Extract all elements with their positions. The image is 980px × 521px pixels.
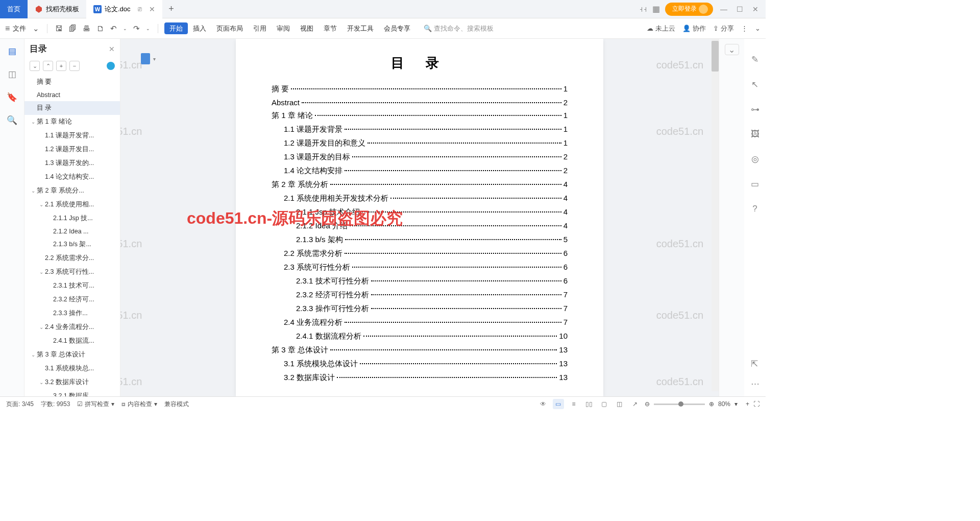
grid-view-icon[interactable]: ◫ [614, 399, 625, 409]
outline-item[interactable]: 2.2 系统需求分... [24, 251, 120, 265]
toc-entry[interactable]: 2.1.1 Jsp 技术介绍4 [272, 207, 568, 217]
command-search[interactable]: 🔍 查找命令、搜索模板 [424, 24, 494, 33]
outline-item[interactable]: 2.3.1 技术可... [24, 279, 120, 293]
save-as-icon[interactable]: 🗐 [67, 24, 78, 33]
menu-视图[interactable]: 视图 [295, 22, 318, 34]
print-preview-icon[interactable]: 🗋 [95, 24, 106, 33]
web-view-icon[interactable]: ▯▯ [583, 399, 595, 409]
chevron-down-icon[interactable]: ▾ [734, 400, 738, 408]
close-outline-icon[interactable]: ✕ [109, 45, 115, 53]
toc-entry[interactable]: 1.4 论文结构安排2 [272, 166, 568, 176]
outline-item[interactable]: 3.1 系统模块总... [24, 362, 120, 375]
scrollbar-track[interactable] [712, 39, 719, 391]
close-tab-icon[interactable]: ✕ [149, 5, 155, 13]
toc-entry[interactable]: 2.4.1 数据流程分析10 [272, 331, 568, 341]
file-menu[interactable]: 文件 [13, 24, 26, 33]
outline-item[interactable]: 1.4 论文结构安... [24, 170, 120, 184]
outline-item[interactable]: 2.1.2 Idea ... [24, 225, 120, 238]
toc-entry[interactable]: 1.1 课题开发背景1 [272, 125, 568, 134]
close-window-button[interactable]: ✕ [750, 5, 761, 13]
more-tools-icon[interactable]: ⋯ [751, 378, 760, 389]
collab-button[interactable]: 👤协作 [682, 24, 706, 33]
page-tab[interactable]: ▾ [141, 53, 156, 64]
sync-icon[interactable] [107, 62, 115, 70]
toc-entry[interactable]: 第 1 章 绪论1 [272, 111, 568, 121]
presentation-icon[interactable]: ⎚ [138, 5, 142, 13]
menu-审阅[interactable]: 审阅 [272, 22, 295, 34]
save-icon[interactable]: 🖫 [54, 24, 64, 33]
page-view-icon[interactable]: ▭ [553, 399, 564, 409]
menu-会员专享[interactable]: 会员专享 [379, 22, 415, 34]
minimize-button[interactable]: — [718, 5, 729, 13]
outline-item[interactable]: 1.1 课题开发背... [24, 129, 120, 143]
read-icon[interactable]: ▭ [751, 179, 759, 190]
outline-item[interactable]: Abstract [24, 89, 120, 101]
word-count[interactable]: 字数: 9953 [41, 400, 70, 409]
outline-item[interactable]: ⌄2.3 系统可行性... [24, 265, 120, 279]
chevron-down-icon[interactable]: ▾ [153, 56, 156, 62]
share-button[interactable]: ⇪分享 [713, 24, 734, 33]
spellcheck-button[interactable]: ☑拼写检查▾ [77, 400, 114, 409]
remove-heading-icon[interactable]: − [69, 61, 80, 71]
zoom-out-icon[interactable]: ⊖ [645, 400, 650, 408]
login-button[interactable]: 立即登录 [665, 3, 713, 16]
menu-开始[interactable]: 开始 [164, 22, 188, 34]
toc-entry[interactable]: 2.3.2 经济可行性分析7 [272, 290, 568, 300]
pin-icon[interactable]: ◫ [8, 69, 16, 80]
zoom-in-icon[interactable]: ⊕ [709, 400, 714, 408]
tab-templates[interactable]: 找稻壳模板 [28, 0, 86, 18]
zoom-slider[interactable] [654, 404, 705, 405]
outline-item[interactable]: ⌄第 3 章 总体设计 [24, 348, 120, 362]
toc-entry[interactable]: 2.1.3 b/s 架构5 [272, 235, 568, 245]
goto-top-icon[interactable]: ⇱ [751, 359, 760, 369]
outline-item[interactable]: 2.1.3 b/s 架... [24, 238, 120, 251]
menu-插入[interactable]: 插入 [188, 22, 211, 34]
collapse-all-icon[interactable]: ⌄ [30, 61, 40, 71]
outline-item[interactable]: 2.4.1 数据流... [24, 334, 120, 348]
toc-entry[interactable]: 1.3 课题开发的目标2 [272, 152, 568, 162]
chevron-down-icon[interactable]: ⌄ [121, 26, 129, 31]
toc-entry[interactable]: 2.3.1 技术可行性分析6 [272, 276, 568, 286]
scrollbar-thumb[interactable] [712, 41, 719, 72]
outline-item[interactable]: ⌄第 2 章 系统分... [24, 184, 120, 198]
maximize-button[interactable]: ☐ [734, 5, 745, 13]
undo-icon[interactable]: ↶ [109, 24, 118, 33]
layout-icon[interactable]: ⫞⫞ [639, 5, 647, 14]
toc-entry[interactable]: Abstract2 [272, 98, 568, 107]
toc-entry[interactable]: 摘 要1 [272, 84, 568, 94]
outline-item[interactable]: 3.2.1 数据库... [24, 389, 120, 396]
toc-entry[interactable]: 3.1 系统模块总体设计13 [272, 359, 568, 369]
outline-item[interactable]: 摘 要 [24, 75, 120, 89]
tab-document[interactable]: W 论文.doc ⎚ ✕ [86, 0, 162, 18]
collapse-ribbon-icon[interactable]: ⌄ [755, 25, 761, 32]
expand-all-icon[interactable]: ⌃ [43, 61, 53, 71]
outline-item[interactable]: 2.1.1 Jsp 技... [24, 211, 120, 225]
tab-home[interactable]: 首页 [0, 0, 28, 18]
cloud-status[interactable]: ☁未上云 [647, 24, 675, 33]
bookmark-icon[interactable]: 🔖 [7, 92, 17, 103]
redo-icon[interactable]: ↷ [132, 24, 141, 33]
new-tab-button[interactable]: + [162, 4, 181, 14]
toc-entry[interactable]: 第 3 章 总体设计13 [272, 345, 568, 355]
menu-开发工具[interactable]: 开发工具 [342, 22, 379, 34]
menu-页面布局[interactable]: 页面布局 [211, 22, 248, 34]
select-icon[interactable]: ↖ [751, 79, 758, 90]
toc-entry[interactable]: 2.3.3 操作可行性分析7 [272, 304, 568, 314]
tools-icon[interactable]: ↗ [629, 399, 641, 409]
outline-item[interactable]: 2.3.2 经济可... [24, 293, 120, 306]
toc-entry[interactable]: 2.2 系统需求分析6 [272, 249, 568, 258]
menu-章节[interactable]: 章节 [318, 22, 342, 34]
toc-entry[interactable]: 2.4 业务流程分析7 [272, 318, 568, 327]
outline-item[interactable]: 1.3 课题开发的... [24, 156, 120, 170]
more-icon[interactable]: ⋮ [741, 25, 748, 32]
outline-item[interactable]: 2.3.3 操作... [24, 306, 120, 320]
toc-entry[interactable]: 2.1.2 Idea 介绍4 [272, 221, 568, 231]
outline-view-icon[interactable]: ≡ [568, 399, 579, 409]
apps-icon[interactable]: ▦ [652, 4, 660, 14]
content-check-button[interactable]: ⧈内容检查▾ [121, 400, 157, 409]
toc-entry[interactable]: 1.2 课题开发目的和意义1 [272, 138, 568, 148]
search-icon[interactable]: 🔍 [7, 115, 17, 126]
image-icon[interactable]: 🖼 [751, 129, 760, 139]
hamburger-icon[interactable]: ≡ [5, 24, 10, 33]
toc-entry[interactable]: 2.1 系统使用相关开发技术分析4 [272, 194, 568, 203]
